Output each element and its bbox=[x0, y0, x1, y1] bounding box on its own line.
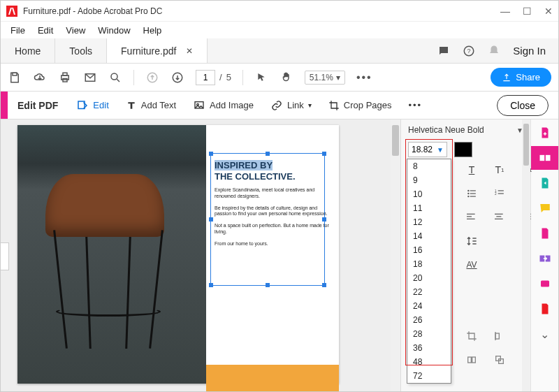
cloud-icon[interactable] bbox=[33, 71, 47, 85]
menu-edit[interactable]: Edit bbox=[32, 24, 59, 37]
left-nav-handle[interactable] bbox=[1, 242, 9, 270]
next-page-icon[interactable] bbox=[170, 71, 184, 85]
menu-window[interactable]: Window bbox=[92, 24, 136, 37]
font-size-option[interactable]: 24 bbox=[407, 299, 451, 313]
line-spacing-icon[interactable] bbox=[461, 233, 482, 249]
print-icon[interactable] bbox=[58, 71, 72, 85]
menu-help[interactable]: Help bbox=[138, 24, 168, 37]
tab-document-label: Furniture.pdf bbox=[121, 45, 176, 57]
help-icon[interactable]: ? bbox=[463, 45, 475, 57]
save-icon[interactable] bbox=[8, 71, 22, 85]
share-button[interactable]: Share bbox=[491, 68, 551, 87]
font-size-option[interactable]: 12 bbox=[407, 215, 451, 229]
font-size-option[interactable]: 11 bbox=[407, 201, 451, 215]
minimize-button[interactable]: — bbox=[500, 6, 510, 17]
svg-rect-21 bbox=[498, 190, 504, 191]
panel-scrollbar[interactable] bbox=[522, 119, 530, 392]
tab-home[interactable]: Home bbox=[1, 38, 55, 63]
font-size-option[interactable]: 72 bbox=[407, 369, 451, 383]
svg-rect-3 bbox=[13, 73, 17, 75]
edit-tool[interactable]: Edit bbox=[68, 99, 117, 112]
document-viewport[interactable]: INSPIRED BY THE COLLECTIVE. Explore Scan… bbox=[1, 119, 400, 392]
superscript-icon[interactable]: T1 bbox=[489, 161, 510, 178]
font-size-option[interactable]: 28 bbox=[407, 327, 451, 341]
font-size-option[interactable]: 8 bbox=[407, 159, 451, 173]
rail-redact-icon[interactable] bbox=[537, 276, 553, 291]
main-area: INSPIRED BY THE COLLECTIVE. Explore Scan… bbox=[1, 119, 558, 392]
tab-document[interactable]: Furniture.pdf ✕ bbox=[107, 38, 208, 63]
font-size-value: 18.82 bbox=[412, 145, 437, 154]
align-objects-icon[interactable] bbox=[489, 328, 510, 344]
add-image-tool[interactable]: Add Image bbox=[184, 100, 262, 111]
font-size-option[interactable]: 48 bbox=[407, 355, 451, 369]
underline-icon[interactable]: T bbox=[461, 161, 482, 178]
font-size-dropdown[interactable]: 891011121416182022242628364872 bbox=[407, 159, 451, 384]
font-name-value: Helvetica Neue Bold bbox=[408, 125, 484, 135]
font-color-swatch[interactable] bbox=[454, 142, 472, 157]
chevron-down-icon: ▾ bbox=[336, 73, 340, 82]
page-current-input[interactable] bbox=[196, 70, 215, 85]
svg-rect-26 bbox=[467, 219, 475, 219]
font-size-input[interactable]: 18.82 ▼ bbox=[408, 142, 447, 157]
search-icon[interactable] bbox=[108, 71, 122, 85]
svg-rect-25 bbox=[467, 216, 472, 217]
tab-tools-label: Tools bbox=[69, 45, 92, 57]
char-spacing-icon[interactable]: AV bbox=[461, 256, 482, 273]
menu-view[interactable]: View bbox=[60, 24, 91, 37]
font-size-option[interactable]: 36 bbox=[407, 341, 451, 355]
link-tool[interactable]: Link ▾ bbox=[262, 100, 320, 111]
maximize-button[interactable]: ☐ bbox=[523, 6, 532, 17]
zoom-dropdown[interactable]: 51.1% ▾ bbox=[305, 71, 345, 85]
rail-export-icon[interactable] bbox=[537, 175, 553, 191]
rail-more-icon[interactable]: ⌄ bbox=[537, 326, 553, 342]
font-family-dropdown[interactable]: Helvetica Neue Bold ▼ bbox=[408, 125, 523, 135]
close-window-button[interactable]: ✕ bbox=[544, 6, 553, 17]
page-sep: / bbox=[219, 72, 222, 82]
comment-icon[interactable] bbox=[437, 45, 450, 57]
font-size-option[interactable]: 10 bbox=[407, 187, 451, 201]
number-list-icon[interactable]: 12 bbox=[489, 185, 510, 202]
arrange-icon[interactable] bbox=[489, 351, 510, 368]
prev-page-icon[interactable] bbox=[145, 71, 159, 85]
more-icon[interactable]: ••• bbox=[356, 71, 372, 84]
crop-tool[interactable]: Crop Pages bbox=[320, 100, 400, 111]
text-selection-box[interactable] bbox=[210, 153, 325, 286]
menu-file[interactable]: File bbox=[5, 24, 31, 37]
tab-bar: Home Tools Furniture.pdf ✕ ? Sign In bbox=[1, 38, 558, 64]
bell-icon[interactable] bbox=[488, 45, 500, 57]
font-size-option[interactable]: 22 bbox=[407, 285, 451, 299]
svg-point-14 bbox=[467, 190, 469, 191]
add-text-tool[interactable]: Add Text bbox=[117, 100, 184, 111]
rail-protect-icon[interactable] bbox=[537, 301, 553, 317]
font-size-option[interactable]: 18 bbox=[407, 257, 451, 271]
rail-combine-icon[interactable] bbox=[537, 251, 553, 266]
tab-close-icon[interactable]: ✕ bbox=[186, 46, 193, 56]
svg-rect-28 bbox=[496, 216, 501, 217]
align-center-icon[interactable] bbox=[489, 209, 510, 226]
zoom-value: 51.1% bbox=[310, 73, 333, 82]
app-icon bbox=[6, 6, 17, 17]
crop-tool-icon[interactable] bbox=[461, 328, 482, 344]
flip-h-icon[interactable] bbox=[461, 351, 482, 368]
mail-icon[interactable] bbox=[83, 71, 97, 85]
panel-scroll-thumb[interactable] bbox=[523, 124, 529, 166]
rail-create-icon[interactable] bbox=[537, 125, 553, 140]
rail-comment-icon[interactable] bbox=[537, 201, 553, 216]
bullet-list-icon[interactable] bbox=[461, 185, 482, 202]
font-size-option[interactable]: 9 bbox=[407, 173, 451, 187]
tab-tools[interactable]: Tools bbox=[55, 38, 107, 63]
font-size-option[interactable]: 16 bbox=[407, 243, 451, 257]
svg-rect-39 bbox=[544, 132, 546, 136]
font-size-option[interactable]: 26 bbox=[407, 313, 451, 327]
sign-in-link[interactable]: Sign In bbox=[513, 45, 546, 57]
align-left-icon[interactable] bbox=[461, 209, 482, 226]
hand-icon[interactable] bbox=[280, 71, 293, 85]
close-editbar-button[interactable]: Close bbox=[497, 95, 549, 116]
rail-organize-icon[interactable] bbox=[537, 226, 553, 241]
doc-scroll-thumb[interactable] bbox=[392, 125, 399, 156]
font-size-option[interactable]: 20 bbox=[407, 271, 451, 285]
font-size-option[interactable]: 14 bbox=[407, 229, 451, 243]
more-tools-icon[interactable]: ••• bbox=[400, 100, 431, 110]
pointer-icon[interactable] bbox=[254, 71, 268, 85]
doc-scrollbar[interactable] bbox=[391, 119, 400, 392]
